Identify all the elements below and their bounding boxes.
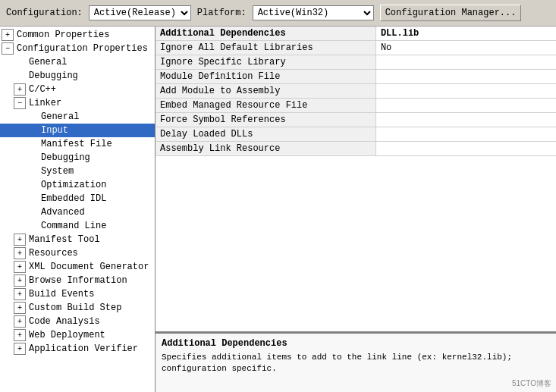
tree-item-web-deploy[interactable]: Web Deployment	[0, 328, 155, 342]
tree-item-linker-general[interactable]: General	[0, 110, 155, 124]
config-manager-button[interactable]: Configuration Manager...	[380, 5, 522, 21]
tree-item-label-linker-system: System	[41, 166, 74, 177]
toolbar: Configuration: Active(Release) Platform:…	[0, 0, 556, 27]
table-row[interactable]: Embed Managed Resource File	[155, 99, 556, 113]
table-row[interactable]: Delay Loaded DLLs	[155, 127, 556, 142]
tree-item-label-resources: Resources	[29, 248, 78, 259]
platform-label: Platform:	[197, 8, 247, 18]
tree-item-cpp[interactable]: C/C++	[0, 83, 155, 96]
description-text: Specifies additional items to add to the…	[162, 352, 550, 375]
tree-item-label-common-props: Common Properties	[17, 30, 109, 40]
prop-value-0: DLL.lib	[375, 27, 556, 41]
tree-item-label-cpp: C/C++	[29, 84, 56, 95]
prop-name-2: Ignore Specific Library	[155, 55, 375, 70]
tree-item-label-custom-build: Custom Build Step	[29, 303, 121, 313]
tree-item-label-linker-advanced: Advanced	[41, 207, 85, 218]
description-panel: Additional Dependencies Specifies additi…	[155, 332, 556, 392]
prop-name-1: Ignore All Default Libraries	[155, 41, 375, 55]
tree-item-label-config-props: Configuration Properties	[17, 43, 148, 54]
tree-item-label-linker-general: General	[41, 111, 79, 122]
prop-value-8	[375, 142, 556, 156]
prop-value-3	[375, 70, 556, 84]
tree-item-common-props[interactable]: Common Properties	[0, 28, 155, 42]
tree-item-browse-info[interactable]: Browse Information	[0, 274, 155, 287]
tree-item-label-manifest-tool: Manifest Tool	[29, 234, 100, 245]
table-row[interactable]: Module Definition File	[155, 70, 556, 84]
table-row[interactable]: Additional DependenciesDLL.lib	[155, 27, 556, 41]
table-row[interactable]: Ignore All Default LibrariesNo	[155, 41, 556, 55]
tree-item-label-linker-debugging: Debugging	[41, 152, 90, 163]
tree-item-label-linker: Linker	[29, 98, 61, 108]
tree-item-xml-doc[interactable]: XML Document Generator	[0, 260, 155, 274]
prop-name-6: Force Symbol References	[155, 113, 375, 127]
tree-item-label-general: General	[29, 57, 67, 67]
properties-table: Additional DependenciesDLL.libIgnore All…	[155, 27, 556, 156]
table-row[interactable]: Add Module to Assembly	[155, 84, 556, 99]
tree-item-app-verifier[interactable]: Application Verifier	[0, 342, 155, 356]
tree-item-label-xml-doc: XML Document Generator	[29, 262, 149, 272]
props-table: Additional DependenciesDLL.libIgnore All…	[155, 27, 556, 332]
tree-item-linker-system[interactable]: System	[0, 165, 155, 178]
tree-item-linker-embedded[interactable]: Embedded IDL	[0, 192, 155, 205]
main-container: Common PropertiesConfiguration Propertie…	[0, 27, 556, 392]
tree-panel: Common PropertiesConfiguration Propertie…	[0, 27, 155, 392]
tree-item-label-web-deploy: Web Deployment	[29, 330, 105, 340]
tree-item-linker-input[interactable]: Input	[0, 124, 155, 137]
table-row[interactable]: Assembly Link Resource	[155, 142, 556, 156]
tree-item-debugging-top[interactable]: Debugging	[0, 69, 155, 83]
tree-item-linker-optimization[interactable]: Optimization	[0, 178, 155, 192]
tree-item-label-linker-embedded: Embedded IDL	[41, 193, 106, 204]
tree-item-resources[interactable]: Resources	[0, 246, 155, 260]
prop-value-4	[375, 84, 556, 99]
tree-item-linker-debugging[interactable]: Debugging	[0, 151, 155, 165]
config-select[interactable]: Active(Release)	[89, 5, 191, 20]
tree-item-label-browse-info: Browse Information	[29, 275, 127, 286]
prop-value-2	[375, 55, 556, 70]
prop-value-1: No	[375, 41, 556, 55]
tree-item-label-debugging-top: Debugging	[29, 71, 78, 81]
tree-item-linker[interactable]: Linker	[0, 96, 155, 110]
tree-item-custom-build[interactable]: Custom Build Step	[0, 301, 155, 315]
prop-value-5	[375, 99, 556, 113]
prop-name-3: Module Definition File	[155, 70, 375, 84]
prop-value-6	[375, 113, 556, 127]
tree-item-label-app-verifier: Application Verifier	[29, 343, 138, 354]
tree-item-general[interactable]: General	[0, 55, 155, 69]
prop-name-7: Delay Loaded DLLs	[155, 127, 375, 142]
table-row[interactable]: Force Symbol References	[155, 113, 556, 127]
watermark: 51CTO博客	[512, 378, 551, 389]
prop-name-4: Add Module to Assembly	[155, 84, 375, 99]
config-label: Configuration:	[6, 8, 83, 18]
table-row[interactable]: Ignore Specific Library	[155, 55, 556, 70]
tree-item-code-analysis[interactable]: Code Analysis	[0, 315, 155, 328]
tree-item-label-linker-optimization: Optimization	[41, 180, 106, 190]
prop-name-0: Additional Dependencies	[155, 27, 375, 41]
prop-name-8: Assembly Link Resource	[155, 142, 375, 156]
prop-name-5: Embed Managed Resource File	[155, 99, 375, 113]
tree-item-linker-advanced[interactable]: Advanced	[0, 205, 155, 219]
tree-item-label-linker-cmdline: Command Line	[41, 221, 106, 231]
tree-item-config-props[interactable]: Configuration Properties	[0, 42, 155, 55]
tree-item-manifest-tool[interactable]: Manifest Tool	[0, 233, 155, 246]
prop-value-7	[375, 127, 556, 142]
tree-item-build-events[interactable]: Build Events	[0, 287, 155, 301]
description-title: Additional Dependencies	[162, 338, 550, 349]
tree-item-label-code-analysis: Code Analysis	[29, 316, 100, 327]
right-panel: Additional DependenciesDLL.libIgnore All…	[155, 27, 556, 392]
tree-item-linker-manifest[interactable]: Manifest File	[0, 137, 155, 151]
tree-item-label-linker-input: Input	[41, 125, 68, 136]
tree-item-linker-cmdline[interactable]: Command Line	[0, 219, 155, 233]
platform-select[interactable]: Active(Win32)	[253, 5, 374, 20]
tree-item-label-linker-manifest: Manifest File	[41, 139, 112, 149]
tree-item-label-build-events: Build Events	[29, 289, 94, 299]
